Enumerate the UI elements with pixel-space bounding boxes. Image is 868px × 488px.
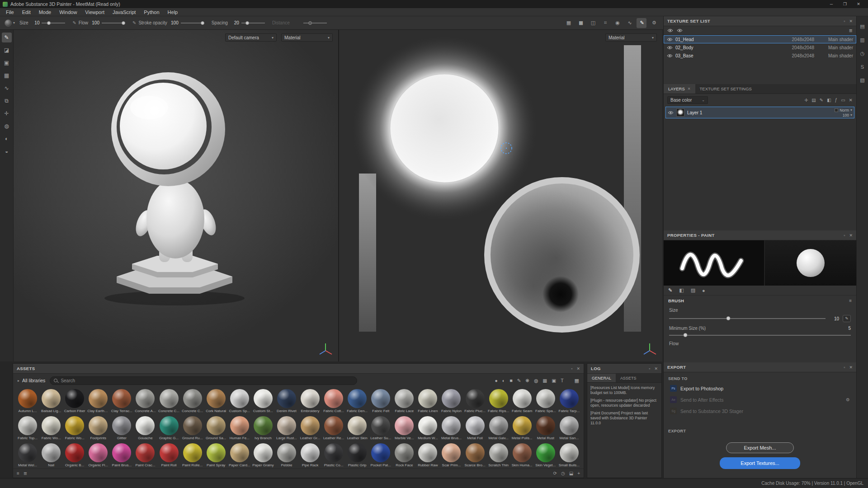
menu-item[interactable]: JavaScript: [108, 9, 140, 15]
folder-icon[interactable]: ▭: [841, 98, 845, 103]
min-size-value[interactable]: 5: [841, 326, 851, 331]
asset-tile[interactable]: Large Rust...: [275, 415, 298, 442]
float-panel-icon[interactable]: ▫: [571, 366, 572, 371]
asset-tile[interactable]: Organic B...: [63, 442, 86, 469]
close-panel-icon[interactable]: ✕: [849, 19, 853, 23]
visibility-eye-icon[interactable]: [667, 38, 673, 42]
asset-tile[interactable]: Carbon Fiber: [63, 388, 86, 415]
float-panel-icon[interactable]: ▫: [844, 19, 845, 23]
asset-tile[interactable]: Medium W...: [416, 415, 439, 442]
menu-item[interactable]: Window: [55, 9, 81, 15]
fill-projection-icon[interactable]: ▦: [563, 18, 573, 28]
effects-icon[interactable]: ƒ: [835, 98, 838, 103]
settings-gear-icon[interactable]: ⚙: [649, 18, 659, 28]
search-input[interactable]: [61, 378, 353, 383]
size-pressure-button[interactable]: ✎: [843, 315, 851, 322]
material-tab-icon[interactable]: ●: [702, 288, 705, 293]
asset-tile[interactable]: Paint Brus...: [110, 442, 133, 469]
geometry-mask-icon[interactable]: ✛: [804, 98, 808, 103]
layers-panel-icon[interactable]: ▥: [860, 37, 864, 43]
export-textures-button[interactable]: Export Textures...: [720, 457, 800, 469]
asset-tile[interactable]: Footprints: [86, 415, 110, 442]
particles-filter-icon[interactable]: ❋: [525, 378, 529, 383]
field-slider[interactable]: [42, 21, 65, 25]
asset-tile[interactable]: Paper Card...: [228, 442, 251, 469]
display-settings-tool-icon[interactable]: ◒: [2, 146, 12, 156]
asset-tile[interactable]: Rubber Raw: [416, 442, 439, 469]
brush-tab-icon[interactable]: ✎: [668, 287, 672, 293]
asset-tile[interactable]: Leather Re...: [322, 415, 345, 442]
alpha-tab-icon[interactable]: ◧: [679, 287, 684, 293]
plugins-panel-icon[interactable]: ▧: [860, 77, 864, 83]
asset-tile[interactable]: Autumn L...: [16, 388, 39, 415]
asset-tile[interactable]: Nail: [39, 442, 63, 469]
shading-mode-select[interactable]: Material ▾: [281, 33, 333, 42]
asset-tile[interactable]: Clay Earthe...: [86, 388, 110, 415]
uv-navigation-gizmo[interactable]: [642, 342, 658, 358]
smart-masks-filter-icon[interactable]: ■: [509, 378, 512, 383]
eraser-tool-icon[interactable]: ◪: [2, 45, 12, 55]
asset-tile[interactable]: Fabric Seam: [510, 388, 534, 415]
asset-tile[interactable]: Concrete C...: [157, 388, 180, 415]
asset-tile[interactable]: Concrete A...: [133, 388, 157, 415]
smart-materials-filter-icon[interactable]: ◐: [502, 378, 505, 383]
pause-engine-icon[interactable]: ▮▮: [576, 18, 585, 28]
send-to-item[interactable]: Ps Export to Photoshop ⚙: [664, 383, 856, 394]
asset-tile[interactable]: Metal Wel...: [16, 442, 39, 469]
fill-layer-icon[interactable]: ◧: [827, 98, 831, 103]
layer-name[interactable]: Layer 1: [687, 110, 832, 115]
projection-tool-icon[interactable]: ▣: [2, 58, 12, 68]
close-tab-icon[interactable]: ✕: [688, 87, 691, 91]
asset-tile[interactable]: Pocket Pat...: [369, 442, 392, 469]
camera-icon[interactable]: ◉: [612, 18, 622, 28]
asset-tile[interactable]: Plastic Co...: [322, 442, 345, 469]
menu-item[interactable]: Help: [164, 9, 182, 15]
materials-filter-icon[interactable]: ●: [495, 378, 498, 383]
asset-tile[interactable]: Embroidery: [298, 388, 322, 415]
asset-tile[interactable]: Fabric Wo...: [39, 415, 63, 442]
asset-tile[interactable]: Ivy Branch: [251, 415, 275, 442]
pressure-toggle-icon[interactable]: ✎: [72, 20, 76, 25]
menu-item[interactable]: Edit: [18, 9, 35, 15]
asset-tile[interactable]: Metal Brus...: [439, 415, 463, 442]
asset-tile[interactable]: Glitter: [110, 415, 133, 442]
asset-tile[interactable]: Paint Crac...: [133, 442, 157, 469]
brushes-filter-icon[interactable]: ✎: [517, 378, 521, 383]
field-slider[interactable]: [303, 21, 327, 25]
visibility-eye-icon[interactable]: [667, 46, 673, 50]
asset-tile[interactable]: Custom St...: [251, 388, 275, 415]
lazy-mouse-icon[interactable]: ∿: [624, 18, 634, 28]
texture-set-shader[interactable]: Main shader: [817, 45, 853, 50]
viewport-3d[interactable]: Default camera ▾ Material ▾: [14, 30, 338, 361]
uv-texture-view[interactable]: [339, 30, 662, 361]
field-value[interactable]: 100: [90, 20, 99, 25]
asset-tile[interactable]: Fabric Nylon: [439, 388, 463, 415]
asset-tile[interactable]: Skin Huma...: [510, 442, 534, 469]
asset-tile[interactable]: Pebble: [275, 442, 298, 469]
asset-tile[interactable]: Balsad Lig...: [39, 388, 63, 415]
meetmat-model[interactable]: [14, 30, 338, 361]
asset-tile[interactable]: Fabric Tarp...: [557, 388, 581, 415]
asset-tile[interactable]: Fabric Felt: [369, 388, 392, 415]
add-asset-icon[interactable]: +: [577, 471, 580, 476]
material-picker-tool-icon[interactable]: ✛: [2, 108, 12, 118]
field-value[interactable]: 20: [230, 20, 239, 25]
symmetry-icon[interactable]: ◫: [588, 18, 598, 28]
send-to-item[interactable]: Ae Send to After Effects ⚙: [664, 394, 856, 405]
menu-item[interactable]: Python: [140, 9, 163, 15]
float-panel-icon[interactable]: ▫: [844, 365, 845, 370]
asset-tile[interactable]: Skin Veget...: [534, 442, 557, 469]
history-panel-icon[interactable]: ◷: [860, 51, 865, 56]
menu-item[interactable]: File: [2, 9, 18, 15]
section-menu-icon[interactable]: ≡: [849, 298, 852, 303]
fonts-filter-icon[interactable]: T: [561, 378, 563, 383]
asset-tile[interactable]: Paint Rolle...: [181, 442, 204, 469]
float-panel-icon[interactable]: ▫: [649, 366, 650, 371]
close-panel-icon[interactable]: ✕: [849, 365, 853, 370]
send-to-item[interactable]: Sg Send to Substance 3D Stager ⚙: [664, 405, 856, 417]
send-settings-gear-icon[interactable]: ⚙: [846, 397, 850, 402]
blend-mode-select[interactable]: Norm ▾: [835, 108, 852, 113]
layer-row[interactable]: Layer 1 Norm ▾ 100 ▾: [665, 107, 854, 118]
asset-tile[interactable]: Metal Rust: [534, 415, 557, 442]
min-size-slider[interactable]: [669, 333, 851, 338]
